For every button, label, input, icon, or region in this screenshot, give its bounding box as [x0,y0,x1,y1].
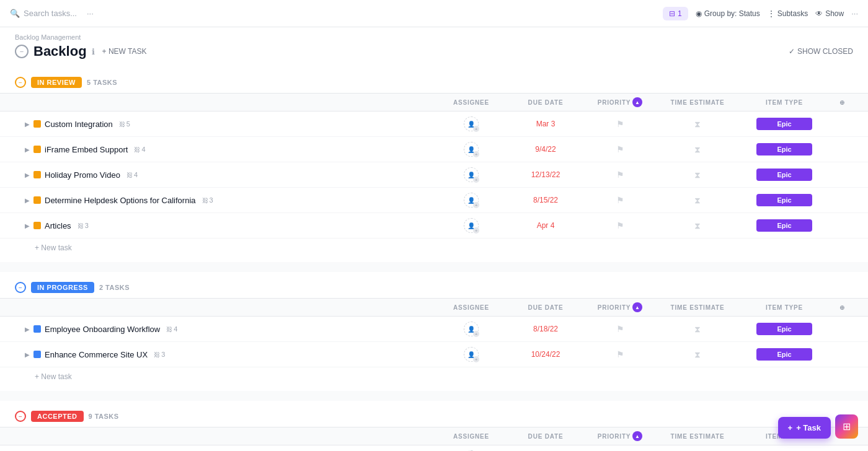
col-priority-in-progress: PRIORITY [583,302,657,312]
filter-button[interactable]: ⊟ 1 [663,7,688,20]
status-badge-in-review: IN REVIEW [31,77,82,88]
hourglass-icon: ⧗ [694,221,701,231]
new-task-row-in-progress[interactable]: + New task [0,367,868,386]
assignee-avatar[interactable]: 👤 + [464,116,479,131]
epic-badge: Epic [756,143,812,155]
group-by-label: Group by: Status [704,9,760,18]
expand-arrow[interactable]: ▶ [25,197,30,204]
flag-icon[interactable]: ⚑ [616,195,624,205]
group-by-button[interactable]: ◉ Group by: Status [696,9,760,18]
avatar-add-icon: + [473,331,479,337]
expand-arrow[interactable]: ▶ [25,326,30,333]
filter-icon: ⊟ [669,9,675,18]
hourglass-icon: ⧗ [694,349,701,360]
collapse-button-in-progress[interactable]: − [15,282,26,293]
priority-cell: ⚑ [583,144,657,154]
task-name-cell: ▶ Articles ⛓ 3 [25,221,434,230]
flag-icon[interactable]: ⚑ [616,221,624,230]
col-assignee-in-review: ASSIGNEE [434,97,508,107]
priority-sort-icon-accepted[interactable] [632,431,642,441]
expand-arrow[interactable]: ▶ [25,146,30,153]
col-priority-in-review: PRIORITY [583,97,657,107]
collapse-page-button[interactable]: − [15,45,29,58]
col-add-in-review[interactable]: ⊕ [831,97,853,107]
eye-icon: 👁 [815,9,823,18]
expand-arrow[interactable]: ▶ [25,121,30,128]
group-header-in-review: − IN REVIEW 5 TASKS [0,72,868,93]
hourglass-icon: ⧗ [694,170,701,180]
flag-icon[interactable]: ⚑ [616,144,624,154]
priority-sort-icon-in-review[interactable] [632,97,642,107]
page-title: Backlog [33,43,87,59]
floating-task-button[interactable]: + + Task [778,417,831,439]
task-row: ▶ Enhance Commerce Site UX ⛓ 3 👤 + 10/24 [0,342,868,367]
new-task-row-in-review[interactable]: + New task [0,239,868,257]
assignee-avatar[interactable]: 👤 + [464,193,479,208]
floating-apps-button[interactable]: ⊞ [835,414,858,439]
flag-icon[interactable]: ⚑ [616,170,624,180]
item-type-cell: Epic [738,143,831,155]
expand-arrow[interactable]: ▶ [25,172,30,178]
collapse-button-in-review[interactable]: − [15,77,26,88]
task-color-indicator [33,171,41,178]
epic-badge: Epic [756,219,812,232]
assignee-cell: 👤 + [434,347,508,362]
collapse-button-accepted[interactable]: − [15,411,26,422]
subtask-count: ⛓ 3 [202,196,213,204]
flag-icon[interactable]: ⚑ [616,119,624,129]
col-duedate-in-review: DUE DATE [508,97,583,107]
due-date-value: 9/4/22 [535,145,556,154]
assignee-avatar[interactable]: 👤 + [464,142,479,157]
time-estimate-cell: ⧗ [657,119,738,129]
epic-badge: Epic [756,194,812,206]
due-date-cell: 9/4/22 [508,145,583,154]
due-date-cell: Mar 3 [508,120,583,128]
expand-arrow[interactable]: ▶ [25,351,30,358]
item-type-cell: Epic [738,194,831,206]
topbar-more-icon[interactable]: ··· [87,9,94,18]
task-row: ▶ Holiday Promo Video ⛓ 4 👤 + 12/13/22 [0,162,868,188]
assignee-cell: 👤 + [434,142,508,157]
avatar-add-icon: + [473,227,479,234]
search-box[interactable]: 🔍 Search tasks... [10,9,77,18]
assignee-avatar[interactable]: 👤 + [464,347,479,362]
task-name-label[interactable]: Enhance Commerce Site UX [45,350,148,359]
new-task-button[interactable]: + NEW TASK [102,47,147,56]
topbar: 🔍 Search tasks... ··· ⊟ 1 ◉ Group by: St… [0,0,868,27]
subtasks-button[interactable]: ⋮ Subtasks [768,9,808,18]
subtask-icon: ⛓ [119,121,125,128]
task-name-label[interactable]: Employee Onboarding Workflow [45,325,160,334]
task-name-label[interactable]: Determine Helpdesk Options for Californi… [45,196,196,205]
assignee-avatar[interactable]: 👤 + [464,322,479,336]
task-name-label[interactable]: Custom Integration [45,120,113,129]
task-name-label[interactable]: Articles [45,221,71,230]
priority-cell: ⚑ [583,195,657,205]
task-row: ▶ Custom Integration ⛓ 5 👤 + Mar 3 [0,112,868,137]
time-estimate-cell: ⧗ [657,195,738,206]
item-type-cell: Epic [738,348,831,361]
task-name-cell: ▶ Determine Helpdesk Options for Califor… [25,196,434,205]
col-itemtype-in-review: ITEM TYPE [738,97,831,107]
time-estimate-cell: ⧗ [657,349,738,360]
info-icon[interactable]: ℹ [92,47,95,56]
assignee-avatar[interactable]: 👤 + [464,218,479,233]
task-name-cell: ▶ Custom Integration ⛓ 5 [25,120,434,129]
section-divider [0,262,868,272]
col-add-in-progress[interactable]: ⊕ [831,302,853,312]
avatar-add-icon: + [473,202,479,208]
assignee-avatar[interactable]: 👤 + [464,167,479,182]
page-header: − Backlog ℹ + NEW TASK ✓ SHOW CLOSED [0,41,868,67]
flag-icon[interactable]: ⚑ [616,324,624,334]
show-button[interactable]: 👁 Show [815,9,844,18]
expand-arrow[interactable]: ▶ [25,222,30,229]
priority-sort-icon-in-progress[interactable] [632,302,642,312]
task-name-label[interactable]: iFrame Embed Support [45,145,128,154]
flag-icon[interactable]: ⚑ [616,349,624,359]
group-section-in-review: − IN REVIEW 5 TASKS ASSIGNEE DUE DATE PR… [0,72,868,257]
show-closed-button[interactable]: ✓ SHOW CLOSED [789,47,853,56]
due-date-cell: 8/18/22 [508,325,583,333]
task-name-label[interactable]: Holiday Promo Video [45,170,120,180]
topbar-options-icon[interactable]: ··· [851,9,858,18]
time-estimate-cell: ⧗ [657,324,738,335]
item-type-cell: Epic [738,169,831,181]
